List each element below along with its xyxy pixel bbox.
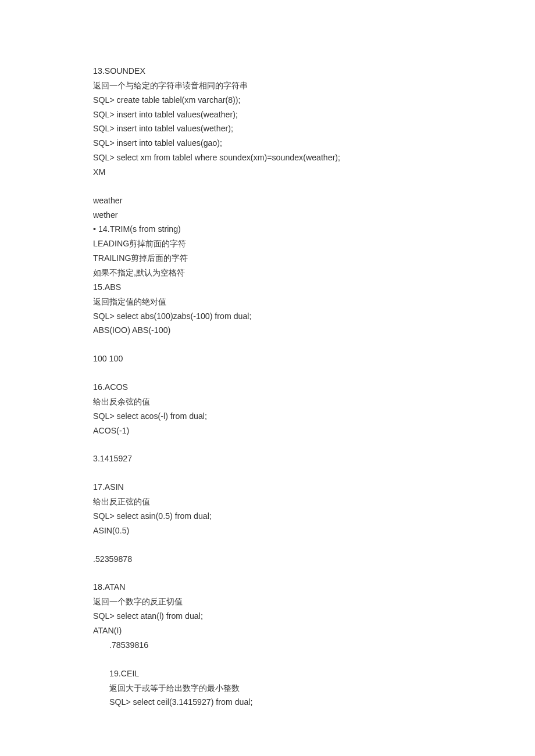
text-line: ASIN(0.5) (93, 524, 442, 538)
text-line: XM (93, 165, 442, 180)
text-line: 3.1415927 (93, 452, 442, 466)
text-line: SQL> select xm from tablel where soundex… (93, 151, 442, 165)
text-line: .52359878 (93, 552, 442, 567)
text-line: SQL> create table tablel(xm varchar(8)); (93, 93, 442, 108)
text-line: 13.SOUNDEX (93, 64, 442, 78)
text-line: wether (93, 208, 442, 223)
blank-line (93, 366, 442, 380)
text-line: 15.ABS (93, 280, 442, 295)
text-line: .78539816 (93, 638, 442, 653)
text-line: • 14.TRIM(s from string) (93, 222, 442, 237)
text-line: 返回一个数字的反正切值 (93, 594, 442, 609)
text-line: SQL> select atan(l) from dual; (93, 609, 442, 624)
blank-line (93, 653, 442, 667)
text-line: 100 100 (93, 352, 442, 366)
text-line: 16.ACOS (93, 380, 442, 395)
text-line: SQL> insert into tablel values(weather); (93, 108, 442, 122)
text-line: 19.CEIL (93, 667, 442, 681)
blank-line (93, 566, 442, 580)
text-line: SQL> insert into tablel values(wether); (93, 121, 442, 136)
text-line: 17.ASIN (93, 480, 442, 495)
blank-line (93, 338, 442, 352)
text-line: ATAN(I) (93, 624, 442, 638)
text-line: 给出反余弦的值 (93, 395, 442, 409)
text-line: 给出反正弦的值 (93, 495, 442, 509)
text-line: SQL> select abs(100)zabs(-100) from dual… (93, 309, 442, 324)
text-line: 返回大于或等于给出数字的最小整数 (93, 681, 442, 696)
text-line: SQL> select ceil(3.1415927) from dual; (93, 695, 442, 710)
text-line: 返回指定值的绝对值 (93, 295, 442, 309)
text-line: SQL> select asin(0.5) from dual; (93, 509, 442, 524)
text-line: 如果不指定,默认为空格符 (93, 266, 442, 280)
text-line: 18.ATAN (93, 580, 442, 594)
text-line: ABS(IOO) ABS(-100) (93, 323, 442, 338)
blank-line (93, 466, 442, 480)
text-line: 返回一个与给定的字符串读音相同的字符串 (93, 78, 442, 93)
blank-line (93, 438, 442, 452)
text-line: SQL> select acos(-l) from dual; (93, 409, 442, 424)
blank-line (93, 180, 442, 194)
text-line: ACOS(-1) (93, 424, 442, 438)
text-line: weather (93, 194, 442, 208)
document-page: 13.SOUNDEX返回一个与给定的字符串读音相同的字符串SQL> create… (0, 0, 535, 744)
blank-line (93, 538, 442, 552)
text-line: SQL> insert into tablel values(gao); (93, 136, 442, 151)
text-line: TRAILING剪掉后面的字符 (93, 251, 442, 266)
text-line: LEADING剪掉前面的字符 (93, 237, 442, 251)
